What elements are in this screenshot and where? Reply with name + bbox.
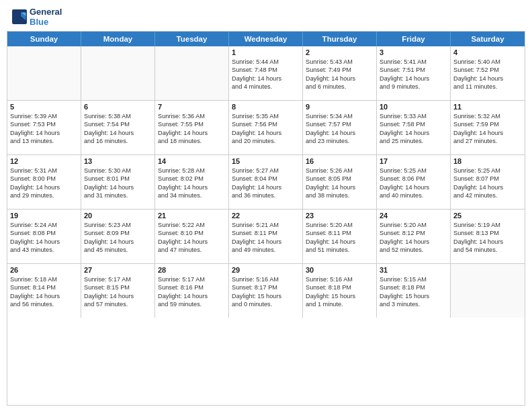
cal-header-wednesday: Wednesday [229, 32, 303, 46]
cal-cell-day-10: 10Sunrise: 5:33 AM Sunset: 7:58 PM Dayli… [377, 101, 451, 154]
day-number: 23 [306, 212, 373, 220]
cal-cell-day-5: 5Sunrise: 5:39 AM Sunset: 7:53 PM Daylig… [7, 101, 81, 154]
cal-cell-day-8: 8Sunrise: 5:35 AM Sunset: 7:56 PM Daylig… [229, 101, 303, 154]
day-number: 9 [306, 103, 373, 111]
day-number: 19 [10, 212, 78, 220]
cal-cell-day-9: 9Sunrise: 5:34 AM Sunset: 7:57 PM Daylig… [303, 101, 377, 154]
cal-cell-day-29: 29Sunrise: 5:16 AM Sunset: 8:17 PM Dayli… [229, 264, 303, 318]
cal-cell-day-22: 22Sunrise: 5:21 AM Sunset: 8:11 PM Dayli… [229, 210, 303, 263]
day-number: 21 [158, 212, 226, 220]
day-info: Sunrise: 5:27 AM Sunset: 8:04 PM Dayligh… [232, 167, 300, 200]
cal-header-monday: Monday [81, 32, 155, 46]
logo-text: General Blue [30, 7, 62, 27]
day-info: Sunrise: 5:43 AM Sunset: 7:49 PM Dayligh… [306, 58, 373, 91]
cal-cell-day-1: 1Sunrise: 5:44 AM Sunset: 7:48 PM Daylig… [229, 46, 303, 100]
day-info: Sunrise: 5:17 AM Sunset: 8:16 PM Dayligh… [158, 275, 226, 309]
cal-cell-day-3: 3Sunrise: 5:41 AM Sunset: 7:51 PM Daylig… [377, 46, 451, 100]
day-info: Sunrise: 5:15 AM Sunset: 8:18 PM Dayligh… [380, 275, 447, 309]
cal-cell-day-24: 24Sunrise: 5:20 AM Sunset: 8:12 PM Dayli… [377, 210, 451, 263]
cal-week-2: 5Sunrise: 5:39 AM Sunset: 7:53 PM Daylig… [7, 101, 525, 155]
cal-cell-day-12: 12Sunrise: 5:31 AM Sunset: 8:00 PM Dayli… [7, 155, 81, 209]
day-info: Sunrise: 5:22 AM Sunset: 8:10 PM Dayligh… [158, 221, 226, 255]
day-number: 2 [306, 48, 373, 56]
cal-cell-day-6: 6Sunrise: 5:38 AM Sunset: 7:54 PM Daylig… [81, 101, 155, 154]
day-info: Sunrise: 5:36 AM Sunset: 7:55 PM Dayligh… [158, 112, 226, 146]
cal-cell-day-19: 19Sunrise: 5:24 AM Sunset: 8:08 PM Dayli… [7, 210, 81, 263]
cal-cell-day-26: 26Sunrise: 5:18 AM Sunset: 8:14 PM Dayli… [7, 264, 81, 318]
day-number: 6 [84, 103, 152, 111]
day-number: 30 [306, 266, 373, 274]
day-number: 1 [232, 48, 300, 56]
cal-cell-day-18: 18Sunrise: 5:25 AM Sunset: 8:07 PM Dayli… [451, 155, 525, 209]
cal-cell-day-23: 23Sunrise: 5:20 AM Sunset: 8:11 PM Dayli… [303, 210, 377, 263]
cal-cell-empty [451, 264, 525, 318]
day-info: Sunrise: 5:19 AM Sunset: 8:13 PM Dayligh… [453, 221, 522, 255]
day-info: Sunrise: 5:44 AM Sunset: 7:48 PM Dayligh… [232, 58, 300, 91]
day-info: Sunrise: 5:39 AM Sunset: 7:53 PM Dayligh… [10, 112, 78, 146]
day-info: Sunrise: 5:32 AM Sunset: 7:59 PM Dayligh… [453, 112, 522, 146]
day-number: 11 [453, 103, 522, 111]
cal-header-sunday: Sunday [7, 32, 81, 46]
day-number: 14 [158, 157, 226, 165]
cal-cell-day-4: 4Sunrise: 5:40 AM Sunset: 7:52 PM Daylig… [451, 46, 525, 100]
cal-cell-day-2: 2Sunrise: 5:43 AM Sunset: 7:49 PM Daylig… [303, 46, 377, 100]
day-info: Sunrise: 5:26 AM Sunset: 8:05 PM Dayligh… [306, 167, 373, 200]
cal-header-tuesday: Tuesday [155, 32, 229, 46]
day-number: 27 [84, 266, 152, 274]
cal-cell-empty [81, 46, 155, 100]
cal-cell-day-30: 30Sunrise: 5:16 AM Sunset: 8:18 PM Dayli… [303, 264, 377, 318]
cal-header-friday: Friday [377, 32, 451, 46]
day-info: Sunrise: 5:20 AM Sunset: 8:12 PM Dayligh… [380, 221, 447, 255]
day-number: 8 [232, 103, 300, 111]
day-info: Sunrise: 5:25 AM Sunset: 8:06 PM Dayligh… [380, 167, 447, 200]
day-info: Sunrise: 5:41 AM Sunset: 7:51 PM Dayligh… [380, 58, 447, 91]
cal-cell-day-31: 31Sunrise: 5:15 AM Sunset: 8:18 PM Dayli… [377, 264, 451, 318]
cal-cell-day-15: 15Sunrise: 5:27 AM Sunset: 8:04 PM Dayli… [229, 155, 303, 209]
day-number: 20 [84, 212, 152, 220]
calendar: SundayMondayTuesdayWednesdayThursdayFrid… [7, 31, 525, 406]
cal-cell-day-16: 16Sunrise: 5:26 AM Sunset: 8:05 PM Dayli… [303, 155, 377, 209]
day-number: 29 [232, 266, 300, 274]
day-info: Sunrise: 5:16 AM Sunset: 8:17 PM Dayligh… [232, 275, 300, 309]
cal-cell-day-25: 25Sunrise: 5:19 AM Sunset: 8:13 PM Dayli… [451, 210, 525, 263]
day-number: 5 [10, 103, 78, 111]
day-number: 28 [158, 266, 226, 274]
day-info: Sunrise: 5:35 AM Sunset: 7:56 PM Dayligh… [232, 112, 300, 146]
cal-cell-day-17: 17Sunrise: 5:25 AM Sunset: 8:06 PM Dayli… [377, 155, 451, 209]
cal-cell-day-27: 27Sunrise: 5:17 AM Sunset: 8:15 PM Dayli… [81, 264, 155, 318]
day-info: Sunrise: 5:17 AM Sunset: 8:15 PM Dayligh… [84, 275, 152, 309]
calendar-page: General Blue SundayMondayTuesdayWednesda… [0, 0, 532, 411]
day-number: 15 [232, 157, 300, 165]
calendar-body: 1Sunrise: 5:44 AM Sunset: 7:48 PM Daylig… [7, 46, 525, 318]
day-number: 7 [158, 103, 226, 111]
day-info: Sunrise: 5:23 AM Sunset: 8:09 PM Dayligh… [84, 221, 152, 255]
logo-icon [12, 9, 27, 24]
day-info: Sunrise: 5:24 AM Sunset: 8:08 PM Dayligh… [10, 221, 78, 255]
cal-cell-day-21: 21Sunrise: 5:22 AM Sunset: 8:10 PM Dayli… [155, 210, 229, 263]
day-info: Sunrise: 5:16 AM Sunset: 8:18 PM Dayligh… [306, 275, 373, 309]
day-number: 13 [84, 157, 152, 165]
day-number: 22 [232, 212, 300, 220]
cal-cell-day-14: 14Sunrise: 5:28 AM Sunset: 8:02 PM Dayli… [155, 155, 229, 209]
day-info: Sunrise: 5:31 AM Sunset: 8:00 PM Dayligh… [10, 167, 78, 200]
header: General Blue [0, 0, 532, 31]
day-number: 24 [380, 212, 447, 220]
cal-cell-day-13: 13Sunrise: 5:30 AM Sunset: 8:01 PM Dayli… [81, 155, 155, 209]
cal-cell-day-20: 20Sunrise: 5:23 AM Sunset: 8:09 PM Dayli… [81, 210, 155, 263]
logo: General Blue [12, 7, 62, 27]
day-number: 25 [453, 212, 522, 220]
cal-week-4: 19Sunrise: 5:24 AM Sunset: 8:08 PM Dayli… [7, 210, 525, 264]
day-info: Sunrise: 5:28 AM Sunset: 8:02 PM Dayligh… [158, 167, 226, 200]
day-info: Sunrise: 5:34 AM Sunset: 7:57 PM Dayligh… [306, 112, 373, 146]
day-number: 17 [380, 157, 447, 165]
cal-week-1: 1Sunrise: 5:44 AM Sunset: 7:48 PM Daylig… [7, 46, 525, 101]
cal-cell-day-28: 28Sunrise: 5:17 AM Sunset: 8:16 PM Dayli… [155, 264, 229, 318]
day-number: 3 [380, 48, 447, 56]
day-info: Sunrise: 5:18 AM Sunset: 8:14 PM Dayligh… [10, 275, 78, 309]
day-number: 10 [380, 103, 447, 111]
day-info: Sunrise: 5:33 AM Sunset: 7:58 PM Dayligh… [380, 112, 447, 146]
day-info: Sunrise: 5:38 AM Sunset: 7:54 PM Dayligh… [84, 112, 152, 146]
day-number: 31 [380, 266, 447, 274]
cal-cell-day-7: 7Sunrise: 5:36 AM Sunset: 7:55 PM Daylig… [155, 101, 229, 154]
cal-header-saturday: Saturday [451, 32, 525, 46]
